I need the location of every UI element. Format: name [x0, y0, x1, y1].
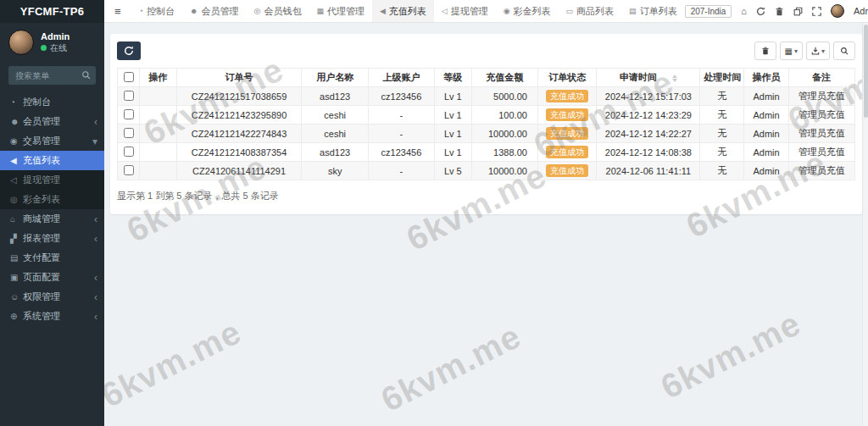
table-row: CZ2412061141114291 sky - Lv 5 10000.00 充…	[118, 162, 855, 180]
sidebar-item-mall[interactable]: ⌂ 商城管理 ‹	[0, 209, 104, 229]
cell-status: 充值成功	[537, 162, 597, 180]
sidebar-item-dashboard[interactable]: ◔ 控制台	[0, 92, 104, 112]
col-process-time: 处理时间	[700, 69, 744, 87]
online-dot-icon	[41, 45, 47, 51]
row-checkbox[interactable]	[124, 91, 134, 101]
chevron-left-icon: ‹	[94, 118, 97, 126]
cell-amount: 100.00	[471, 106, 537, 124]
expand-icon[interactable]	[812, 7, 821, 16]
row-checkbox[interactable]	[124, 128, 134, 138]
export-button[interactable]: ▾	[806, 41, 830, 60]
tab-members[interactable]: ☻会员管理	[182, 0, 246, 22]
cell-amount: 5000.00	[471, 87, 537, 106]
sidebar-item-payment-config[interactable]: ▤ 支付配置	[0, 248, 104, 268]
table-row: CZ2412121517038659 asd123 cz123456 Lv 1 …	[118, 87, 855, 106]
col-parent: 上级账户	[368, 69, 434, 87]
col-order-no: 订单号	[176, 69, 302, 87]
status-badge: 充值成功	[546, 90, 588, 102]
chart-icon: ▞	[10, 234, 23, 243]
cell-user: ceshi	[302, 124, 368, 143]
col-operation: 操作	[140, 69, 177, 87]
sidebar-item-page-config[interactable]: ▣ 页面配置 ‹	[0, 268, 104, 287]
sidebar-item-transactions[interactable]: ◉ 交易管理 ▾	[0, 131, 104, 151]
row-checkbox[interactable]	[124, 165, 134, 175]
cell-remark: 管理员充值	[788, 162, 854, 180]
watermark: 6kvm.me	[375, 317, 526, 419]
users-icon: ☺	[10, 292, 23, 302]
tab-orders-list[interactable]: ▤订单列表	[621, 0, 685, 22]
region-badge[interactable]: 207-India	[685, 5, 732, 18]
navbar-username[interactable]: Admin	[854, 6, 868, 16]
sidebar-item-withdraw[interactable]: ◁ 提现管理	[0, 170, 104, 190]
search-toggle-button[interactable]	[833, 41, 855, 60]
sidebar-item-system[interactable]: ⊕ 系统管理 ‹	[0, 307, 104, 326]
dashboard-icon: ◔	[139, 7, 143, 15]
wallet-icon: ◎	[254, 7, 261, 15]
cell-parent: cz123456	[368, 143, 434, 162]
tab-bonus-list[interactable]: ◉彩金列表	[496, 0, 559, 22]
cell-process-time: 无	[700, 124, 744, 143]
sidebar-item-bonus-list[interactable]: ◎ 彩金列表	[0, 190, 104, 209]
sidebar-item-recharge-list[interactable]: ◀ 充值列表	[0, 151, 104, 170]
megaphone-icon: ◀	[10, 156, 23, 165]
cell-level: Lv 5	[435, 162, 472, 180]
cell-level: Lv 1	[435, 143, 472, 162]
tab-wallet[interactable]: ◎会员钱包	[247, 0, 309, 22]
scrollbar[interactable]	[862, 23, 868, 426]
avatar[interactable]	[8, 30, 34, 55]
sidebar-item-reports[interactable]: ▞ 报表管理 ‹	[0, 229, 104, 248]
table-row: CZ2412121422274843 ceshi - Lv 1 10000.00…	[118, 124, 855, 143]
cell-order-no: CZ2412121422274843	[176, 124, 302, 143]
clear-button[interactable]	[754, 41, 776, 60]
cell-status: 充值成功	[537, 87, 597, 106]
clone-icon[interactable]	[793, 7, 803, 16]
cell-user: ceshi	[302, 106, 368, 124]
refresh-icon[interactable]	[756, 7, 765, 16]
cell-parent: -	[368, 124, 434, 143]
columns-button[interactable]: ▦▾	[780, 41, 803, 60]
scrollbar-thumb[interactable]	[864, 25, 868, 118]
cell-level: Lv 1	[435, 87, 472, 106]
orders-table: 操作 订单号 用户名称 上级账户 等级 充值金额 订单状态 申请时间 处理时间 …	[117, 68, 855, 180]
tab-withdraw[interactable]: ◁提现管理	[434, 0, 496, 22]
coin-icon: ◉	[504, 7, 510, 15]
tab-recharge-list[interactable]: ◀充值列表	[372, 0, 434, 22]
app-logo: YFCMF-TP6	[0, 0, 104, 23]
cell-operation	[140, 143, 177, 162]
user-name: Admin	[41, 31, 70, 42]
cell-order-no: CZ2412061141114291	[176, 162, 302, 180]
sidebar-item-members[interactable]: ☻ 会员管理 ‹	[0, 112, 104, 131]
user-status: 在线	[41, 42, 70, 54]
tab-dashboard[interactable]: ◔控制台	[131, 0, 182, 22]
col-operator: 操作员	[744, 69, 788, 87]
card-icon: ▤	[10, 253, 23, 263]
cell-remark: 管理员充值	[788, 124, 854, 143]
trash-icon[interactable]	[775, 7, 784, 16]
cell-apply-time: 2024-12-12 14:22:27	[597, 124, 700, 143]
cell-apply-time: 2024-12-12 14:08:38	[597, 143, 700, 162]
avatar[interactable]	[831, 4, 844, 18]
cell-process-time: 无	[700, 87, 744, 106]
user-panel: Admin 在线	[0, 23, 104, 60]
cell-order-no: CZ2412121408387354	[176, 143, 302, 162]
cell-order-no: CZ2412121517038659	[176, 87, 302, 106]
row-checkbox[interactable]	[124, 147, 134, 157]
select-all-checkbox[interactable]	[124, 72, 134, 82]
home-icon[interactable]: ⌂	[741, 6, 747, 16]
tab-goods-list[interactable]: ▭商品列表	[559, 0, 622, 22]
table-row: CZ2412121408387354 asd123 cz123456 Lv 1 …	[118, 143, 855, 162]
status-badge: 充值成功	[546, 164, 588, 177]
tab-agents[interactable]: ▦代理管理	[309, 0, 372, 22]
row-checkbox[interactable]	[124, 109, 134, 119]
cogs-icon: ⊕	[10, 312, 23, 321]
col-user: 用户名称	[302, 69, 368, 87]
cell-level: Lv 1	[435, 124, 472, 143]
navbar-right: 207-India ⌂ Admin	[685, 0, 868, 22]
table-row: CZ2412121423295890 ceshi - Lv 1 100.00 充…	[118, 106, 855, 124]
hamburger-icon[interactable]: ≡	[104, 0, 131, 22]
refresh-button[interactable]	[117, 41, 141, 60]
cell-status: 充值成功	[537, 143, 597, 162]
sidebar-item-permissions[interactable]: ☺ 权限管理 ‹	[0, 287, 104, 307]
col-apply-time[interactable]: 申请时间	[597, 69, 700, 87]
cell-operation	[140, 106, 177, 124]
